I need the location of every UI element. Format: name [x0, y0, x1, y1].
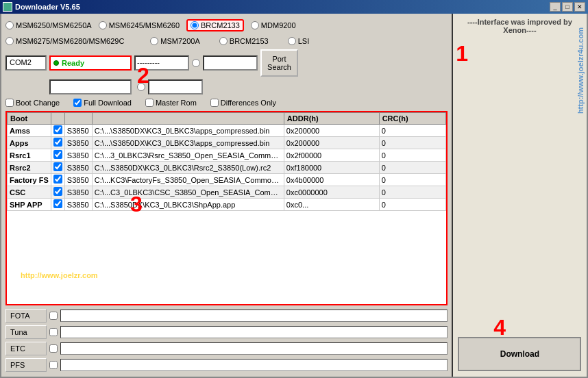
table-row: Factory FS S3850 C:\...KC3\FactoryFs_S38… [8, 174, 446, 186]
th-path [92, 113, 284, 125]
app-title: Downloader V5.65 [15, 3, 80, 11]
row-check-1[interactable] [51, 137, 64, 149]
check-diff-only-input[interactable] [210, 99, 219, 107]
etc-checkbox[interactable] [49, 344, 58, 353]
com-value: COM2 [10, 58, 32, 66]
row-addr-1: 0x200000 [284, 137, 379, 149]
small-radio-1[interactable] [192, 59, 200, 67]
check-full-download-input[interactable] [73, 99, 82, 107]
app-icon [3, 2, 12, 12]
radio-mdm9200-input[interactable] [251, 21, 259, 29]
main-window: MSM6250/MSM6250A MSM6245/MSM6260 BRCM213… [0, 14, 588, 378]
row-addr-5: 0xc0000000 [284, 186, 379, 199]
check-diff-only[interactable]: Differences Only [210, 99, 276, 107]
row-label-0: Amss [8, 125, 51, 137]
row-crc-2: 0 [379, 149, 445, 162]
radio-msm6275-input[interactable] [5, 37, 14, 45]
title-buttons: _ □ ✕ [550, 2, 585, 12]
radio-msm6245[interactable]: MSM6245/MSM6260 [99, 21, 180, 29]
minimize-button[interactable]: _ [550, 2, 561, 12]
com-row-2 [5, 79, 448, 94]
row-path-4: C:\...KC3\FactoryFs_S3850_Open_SEASIA_Co… [92, 174, 284, 186]
table-row: Rsrc2 S3850 C:\...S3850DX\KC3_0LBKC3\Rsr… [8, 162, 446, 174]
row-crc-6: 0 [379, 199, 445, 211]
table-body: Amss S3850 C:\...\S3850DX\KC3_0LBKC3\app… [8, 125, 446, 211]
row-path-6: C:\...S3850DX\KC3_0LBKC3\ShpApp.app [92, 199, 284, 211]
download-button[interactable]: Download [458, 337, 581, 371]
radio-brcm2153-input[interactable] [219, 37, 228, 45]
row-label-1: Apps [8, 137, 51, 149]
maximize-button[interactable]: □ [562, 2, 573, 12]
row-chip-0: S3850 [64, 125, 92, 137]
status-dot [53, 60, 59, 66]
fota-row: FOTA [5, 308, 448, 323]
dotted-label-1: --------- [137, 58, 160, 66]
check-master-rom-input[interactable] [145, 99, 154, 107]
row-check-6[interactable] [51, 199, 64, 211]
radio-msm6245-input[interactable] [99, 21, 107, 29]
radio-msm6250-label: MSM6250/MSM6250A [16, 21, 92, 29]
th-addr: ADDR(h) [284, 113, 379, 125]
check-master-rom[interactable]: Master Rom [145, 99, 197, 107]
dotted-field-4 [148, 79, 203, 94]
fota-field [60, 310, 448, 322]
row-check-3[interactable] [51, 162, 64, 174]
check-boot-change-label: Boot Change [16, 99, 60, 107]
status-text: Ready [62, 59, 84, 67]
table-row: CSC S3850 C:\...C3_0LBKC3\CSC_S3850_Open… [8, 186, 446, 199]
spacer-1 [5, 80, 47, 94]
check-boot-change-input[interactable] [5, 99, 14, 107]
dotted-field-3 [49, 79, 132, 94]
dotted-field-2 [203, 55, 258, 71]
row-check-5[interactable] [51, 186, 64, 199]
etc-field [60, 342, 448, 355]
th-chip [64, 113, 92, 125]
radio-brcm2133[interactable]: BRCM2133 [186, 19, 244, 32]
check-full-download[interactable]: Full Download [73, 99, 132, 107]
radio-lsi[interactable]: LSI [288, 37, 310, 45]
tuna-checkbox[interactable] [49, 328, 58, 336]
pfs-label: PFS [5, 358, 47, 372]
radio-mdm9200[interactable]: MDM9200 [251, 21, 296, 29]
check-full-download-label: Full Download [84, 99, 132, 107]
check-diff-only-label: Differences Only [221, 99, 276, 107]
row-check-0[interactable] [51, 125, 64, 137]
radio-msm6250[interactable]: MSM6250/MSM6250A [5, 21, 92, 29]
table-row: Rsrc1 S3850 C:\...3_0LBKC3\Rsrc_S3850_Op… [8, 149, 446, 162]
row-crc-5: 0 [379, 186, 445, 199]
radio-lsi-input[interactable] [288, 37, 296, 45]
radio-msm6275[interactable]: MSM6275/MSM6280/MSM629C [5, 37, 124, 45]
radio-brcm2133-label: BRCM2133 [201, 21, 240, 29]
row-label-3: Rsrc2 [8, 162, 51, 174]
table-row: Amss S3850 C:\...\S3850DX\KC3_0LBKC3\app… [8, 125, 446, 137]
radio-msm7200a[interactable]: MSM7200A [150, 37, 199, 45]
pfs-row: PFS [5, 357, 448, 373]
pfs-checkbox[interactable] [49, 361, 58, 369]
row-check-4[interactable] [51, 174, 64, 186]
etc-label: ETC [5, 342, 47, 355]
row-check-2[interactable] [51, 149, 64, 162]
radio-brcm2153[interactable]: BRCM2153 [219, 37, 269, 45]
row-label-4: Factory FS [8, 174, 51, 186]
right-panel-header: ----Interface was improved by Xenon---- [456, 18, 584, 34]
row-chip-5: S3850 [64, 186, 92, 199]
radio-msm6250-input[interactable] [5, 21, 14, 29]
fota-checkbox[interactable] [49, 312, 58, 320]
left-panel: MSM6250/MSM6250A MSM6245/MSM6260 BRCM213… [1, 14, 452, 377]
tuna-field [60, 326, 448, 338]
row-path-0: C:\...\S3850DX\KC3_0LBKC3\apps_compresse… [92, 125, 284, 137]
small-radio-2[interactable] [137, 83, 145, 91]
row-label-6: SHP APP [8, 199, 51, 211]
table-header-row: Boot ADDR(h) CRC(h) [8, 113, 446, 125]
port-search-button[interactable]: PortSearch [260, 49, 298, 77]
checkbox-row: Boot Change Full Download Master Rom Dif… [5, 97, 448, 108]
row-crc-1: 0 [379, 137, 445, 149]
radio-brcm2133-input[interactable] [191, 21, 199, 29]
check-boot-change[interactable]: Boot Change [5, 99, 60, 107]
radio-msm7200a-input[interactable] [150, 37, 158, 45]
close-button[interactable]: ✕ [574, 2, 585, 12]
row-chip-3: S3850 [64, 162, 92, 174]
title-bar: Downloader V5.65 _ □ ✕ [0, 0, 588, 14]
row-chip-2: S3850 [64, 149, 92, 162]
row-path-1: C:\...\S3850DX\KC3_0LBKC3\apps_compresse… [92, 137, 284, 149]
